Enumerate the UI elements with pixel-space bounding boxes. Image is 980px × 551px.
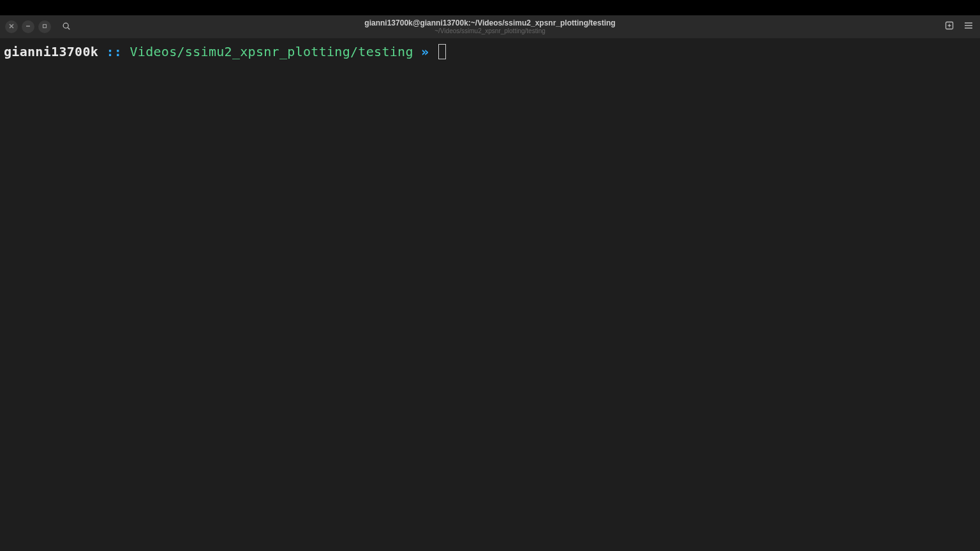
menu-button[interactable] (962, 20, 975, 33)
minimize-button[interactable] (22, 20, 34, 33)
svg-line-5 (68, 27, 70, 29)
cursor (438, 44, 446, 59)
prompt-line: gianni13700k :: Videos/ssimu2_xpsnr_plot… (4, 43, 976, 60)
new-tab-icon (944, 20, 954, 33)
prompt-arrow: » (413, 43, 437, 60)
window-title-main: gianni13700k@gianni13700k:~/Videos/ssimu… (364, 18, 615, 27)
svg-rect-3 (43, 25, 47, 28)
menu-icon (963, 20, 974, 33)
svg-point-4 (63, 23, 68, 28)
window-title-sub: ~/Videos/ssimu2_xpsnr_plotting/testing (434, 27, 546, 35)
window-top-spacer (0, 0, 980, 15)
prompt-user: gianni13700k (4, 43, 98, 60)
prompt-separator: :: (98, 43, 130, 60)
close-icon (8, 23, 15, 31)
minimize-icon (25, 23, 31, 31)
close-button[interactable] (5, 20, 18, 33)
window-controls (5, 19, 74, 34)
titlebar: gianni13700k@gianni13700k:~/Videos/ssimu… (0, 15, 980, 38)
new-tab-button[interactable] (943, 20, 956, 33)
maximize-icon (41, 23, 48, 31)
search-button[interactable] (59, 19, 74, 34)
search-icon (62, 21, 71, 33)
titlebar-actions (943, 20, 975, 33)
maximize-button[interactable] (38, 20, 51, 33)
terminal-area[interactable]: gianni13700k :: Videos/ssimu2_xpsnr_plot… (0, 38, 980, 551)
titlebar-title: gianni13700k@gianni13700k:~/Videos/ssimu… (364, 18, 615, 35)
prompt-path: Videos/ssimu2_xpsnr_plotting/testing (130, 43, 413, 60)
